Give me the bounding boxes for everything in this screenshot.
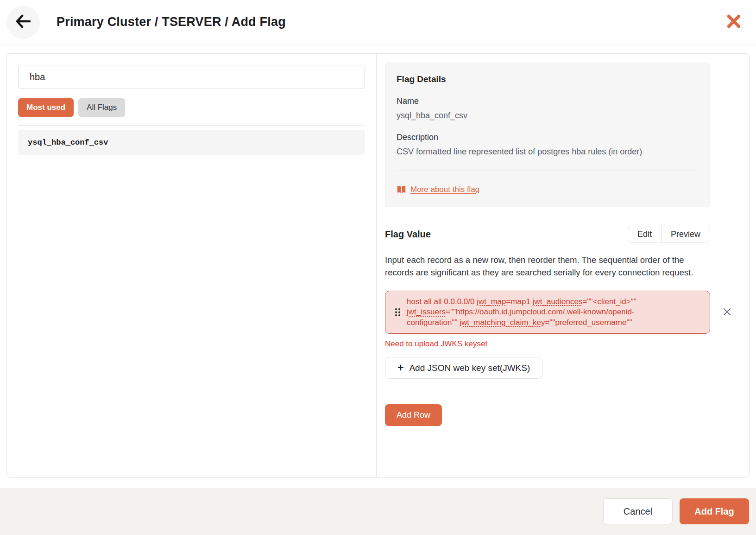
flag-list: ysql_hba_conf_csv (18, 130, 365, 155)
flag-details-title: Flag Details (397, 74, 699, 84)
remove-row-icon (722, 307, 732, 318)
flag-value-row-box[interactable]: host all all 0.0.0.0/0 jwt_map=map1 jwt_… (385, 291, 710, 334)
list-divider (18, 125, 365, 126)
flag-value-instructions: Input each record as a new row, then reo… (385, 254, 714, 279)
flag-description-value: CSV formatted line represented list of p… (397, 147, 699, 157)
plus-icon: + (397, 363, 403, 373)
edit-tab[interactable]: Edit (628, 226, 661, 242)
close-icon (726, 14, 741, 30)
tab-most-used[interactable]: Most used (18, 98, 74, 117)
flag-detail-panel: Flag Details Name ysql_hba_conf_csv Desc… (377, 54, 749, 477)
back-button[interactable] (6, 6, 40, 39)
flag-value-row: host all all 0.0.0.0/0 jwt_map=map1 jwt_… (385, 291, 737, 334)
page-title: Primary Cluster / TSERVER / Add Flag (57, 15, 724, 29)
modal-footer: Cancel Add Flag (0, 488, 756, 535)
back-arrow-icon (15, 14, 31, 30)
modal-body: Most used All Flags ysql_hba_conf_csv Fl… (0, 45, 756, 488)
drag-handle-icon[interactable] (394, 307, 403, 317)
content-card: Most used All Flags ysql_hba_conf_csv Fl… (6, 53, 750, 478)
jwks-error-message: Need to upload JWKS keyset (385, 339, 741, 349)
add-jwks-label: Add JSON web key set(JWKS) (409, 363, 530, 373)
flag-search-input[interactable] (18, 65, 365, 89)
flag-value-row-text: host all all 0.0.0.0/0 jwt_map=map1 jwt_… (407, 297, 685, 328)
flag-description-label: Description (397, 133, 699, 142)
close-button[interactable] (724, 12, 743, 32)
more-about-flag-link[interactable]: More about this flag (397, 185, 479, 194)
flag-name-value: ysql_hba_conf_csv (397, 111, 699, 121)
remove-row-button[interactable] (721, 306, 733, 319)
open-book-icon (397, 185, 406, 194)
flag-list-item[interactable]: ysql_hba_conf_csv (18, 130, 365, 155)
tab-all-flags[interactable]: All Flags (78, 98, 125, 117)
add-flag-modal: Primary Cluster / TSERVER / Add Flag Mos… (0, 0, 756, 535)
add-jwks-button[interactable]: + Add JSON web key set(JWKS) (385, 357, 542, 379)
edit-preview-toggle: Edit Preview (628, 226, 710, 242)
flag-value-rows: host all all 0.0.0.0/0 jwt_map=map1 jwt_… (385, 291, 741, 334)
preview-tab[interactable]: Preview (661, 226, 710, 242)
more-about-flag-label: More about this flag (410, 185, 479, 194)
flag-value-title: Flag Value (385, 229, 431, 240)
flag-details-card: Flag Details Name ysql_hba_conf_csv Desc… (385, 63, 710, 207)
flag-filter-tabs: Most used All Flags (18, 98, 365, 117)
modal-header: Primary Cluster / TSERVER / Add Flag (0, 0, 756, 45)
add-flag-button[interactable]: Add Flag (680, 498, 749, 524)
flag-value-header: Flag Value Edit Preview (385, 226, 710, 242)
flag-search-panel: Most used All Flags ysql_hba_conf_csv (7, 54, 377, 477)
cancel-button[interactable]: Cancel (603, 498, 673, 524)
add-row-button[interactable]: Add Row (385, 404, 442, 426)
flag-name-label: Name (397, 96, 699, 106)
details-divider (397, 171, 699, 171)
section-divider (385, 392, 710, 392)
